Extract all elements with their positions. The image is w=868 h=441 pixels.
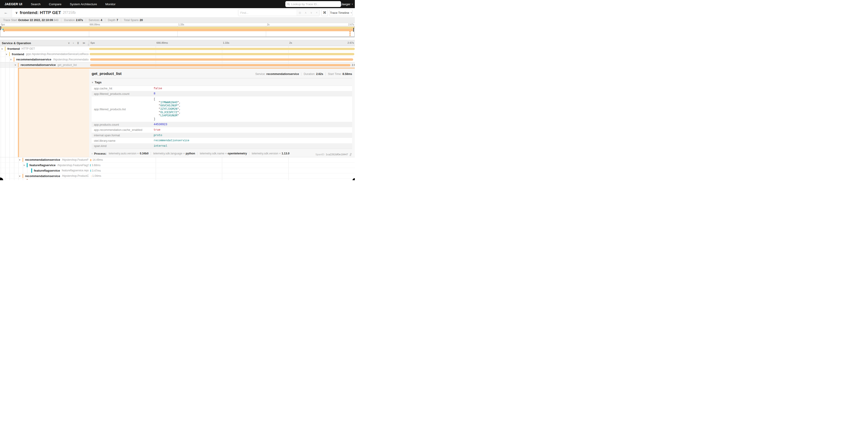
service-value: recommendationservice [266,72,299,76]
service-name: featureflagservice [34,169,60,172]
copy-link-icon[interactable] [349,153,352,156]
next-result-icon[interactable]: ∨ [310,11,312,14]
span-duration-bar[interactable] [90,64,351,66]
span-duration-bar[interactable] [90,58,353,61]
span-duration-bar[interactable] [90,159,91,161]
span-duration-bar[interactable] [91,175,92,177]
locate-span-icon[interactable]: ◎ [299,11,301,14]
nav-item-search[interactable]: Search [31,2,40,6]
span-row[interactable]: ∨frontendHTTP GET [0,46,355,52]
app-brand[interactable]: JAEGER UI [4,2,22,6]
process-section-toggle[interactable]: › Process: telemetry.auto.version =0.34b… [92,152,352,155]
chevron-down-icon[interactable]: ∨ [68,41,70,45]
double-chevron-right-icon[interactable]: ≫ [82,41,85,45]
span-row[interactable]: featureflagservicefeatureflagservice.rep… [0,168,355,173]
services-value: 4 [101,19,102,22]
chevron-down-icon[interactable]: ∨ [1,46,3,51]
span-row-name-cell[interactable] [0,179,89,180]
span-row-timeline-cell[interactable]: 14.49ms [89,157,355,163]
service-color-bar [27,163,28,167]
span-row[interactable]: ∨recommendationserviceget_product_list2.… [0,62,355,68]
span-row-name-cell[interactable]: ∨frontendHTTP GET [0,46,89,51]
nav-item-compare[interactable]: Compare [49,2,62,6]
collapse-trace-chevron-icon[interactable]: ∨ [16,11,18,14]
trace-minimap[interactable] [0,26,354,37]
span-row[interactable]: ∨frontendgrpc.hipstershop.Recommendation… [0,52,355,57]
span-row-timeline-cell[interactable]: 3.68ms [89,163,355,168]
indent-guide [1,168,1,173]
tag-value: 8 [154,92,352,95]
chevron-down-icon[interactable]: ∨ [19,173,21,179]
tag-value: ["1YMWWN1N4O","66VCHSJNUP","2ZYFJ3GM2N",… [154,96,352,122]
chevron-down-icon: ∨ [350,11,352,14]
span-row[interactable]: ∨recommendationservice/hipstershop.Recom… [0,57,355,62]
span-row-name-cell[interactable]: ∨frontendgrpc.hipstershop.Recommendation… [0,52,89,57]
chevron-down-icon[interactable]: ∨ [23,163,25,168]
column-resizer-handle[interactable]: ∥ [88,43,89,46]
span-detail-top-bar[interactable] [19,68,355,68]
span-row[interactable]: ∨recommendationservice/hipstershop.Produ… [0,173,355,179]
minimap-drag-handle[interactable] [0,26,1,30]
span-duration-bar[interactable] [90,164,91,167]
span-row-label[interactable]: frontendgrpc.hipstershop.RecommendationS… [12,52,89,57]
span-row-name-cell[interactable]: ∨recommendationserviceget_product_list [0,62,89,67]
minimap-tick-label: 2s [267,23,270,26]
minimap-span-mark [349,35,351,36]
span-duration-bar[interactable] [89,48,355,50]
chevron-down-icon[interactable]: ∨ [6,52,7,57]
span-row-name-cell[interactable]: ∨recommendationservice/hipstershop.Produ… [0,173,89,179]
minimap-tick-labels: 0μs666.89ms1.33s2s2.67s [0,23,355,26]
nav-item-monitor[interactable]: Monitor [105,2,116,6]
span-row-name-cell[interactable]: ∨recommendationservice/hipstershop.Featu… [0,157,89,163]
span-row-timeline-cell[interactable]: 2.62s [89,62,355,67]
span-row-label[interactable]: featureflagservice/hipstershop.FeatureFl… [29,163,89,168]
top-navbar: JAEGER UI SearchCompareSystem Architectu… [0,0,355,8]
span-row-timeline-cell[interactable]: 1.04ms [89,173,355,179]
clear-search-icon[interactable]: × [316,11,317,14]
search-icon [287,3,290,6]
nav-item-system-architecture[interactable]: System Architecture [70,2,97,6]
about-jaeger-menu[interactable]: About Jaeger ∨ [332,0,353,8]
tag-key: app.filtered_products.count [92,92,154,95]
back-button[interactable]: ← [0,8,12,17]
span-row-timeline-cell[interactable] [89,57,355,62]
chevron-right-icon[interactable]: › [73,41,74,45]
span-duration-bar[interactable] [90,53,354,55]
span-row-timeline-cell[interactable] [89,46,355,51]
span-row-timeline-cell[interactable] [89,179,355,180]
span-duration-bar[interactable] [91,170,91,172]
divider [249,152,249,155]
indent-guide [5,173,5,179]
span-row-label[interactable]: recommendationservice/hipstershop.Produc… [25,173,89,179]
chevron-down-icon[interactable]: ∨ [19,157,21,163]
span-row-label[interactable]: frontendHTTP GET [7,46,89,51]
process-entry: telemetry.sdk.version =1.13.0 [252,152,289,155]
service-color-bar [9,52,10,56]
prev-result-icon[interactable]: ∧ [305,11,307,14]
timeline-header: Service & Operation ∨›≫≫ ∥ 0μs666.89ms1.… [0,40,355,46]
span-row[interactable] [0,179,355,180]
span-row-label[interactable]: recommendationserviceget_product_list [21,62,89,67]
span-row-name-cell[interactable]: ∨featureflagservice/hipstershop.FeatureF… [0,163,89,168]
find-input[interactable] [238,9,297,16]
span-row-timeline-cell[interactable] [89,52,355,57]
keyboard-shortcuts-button[interactable]: ⌘ [321,9,328,16]
minimap-drag-handle[interactable] [353,28,354,32]
timeline-gridline [288,168,289,173]
chevron-down-icon[interactable]: ∨ [10,57,12,62]
span-row[interactable]: ∨recommendationservice/hipstershop.Featu… [0,157,355,163]
chevron-down-icon[interactable]: ∨ [14,62,16,67]
trace-view-select[interactable]: Trace Timeline ∨ [330,9,352,16]
span-row-label[interactable]: recommendationservice/hipstershop.Featur… [25,157,89,163]
span-row[interactable]: ∨featureflagservice/hipstershop.FeatureF… [0,163,355,168]
span-row-label[interactable]: recommendationservice/hipstershop.Recomm… [16,57,89,62]
double-chevron-down-icon[interactable]: ≫ [76,42,80,45]
span-row-timeline-cell[interactable]: 3.47ms [89,168,355,173]
indent-guide [18,157,19,163]
tags-section-toggle[interactable]: ∨ Tags [92,81,352,84]
span-row-name-cell[interactable]: featureflagservicefeatureflagservice.rep… [0,168,89,173]
tags-section-label: Tags [95,81,102,84]
span-row-name-cell[interactable]: ∨recommendationservice/hipstershop.Recom… [0,57,89,62]
indent-guide [5,179,5,180]
span-row-label[interactable]: featureflagservicefeatureflagservice.rep… [34,168,89,173]
